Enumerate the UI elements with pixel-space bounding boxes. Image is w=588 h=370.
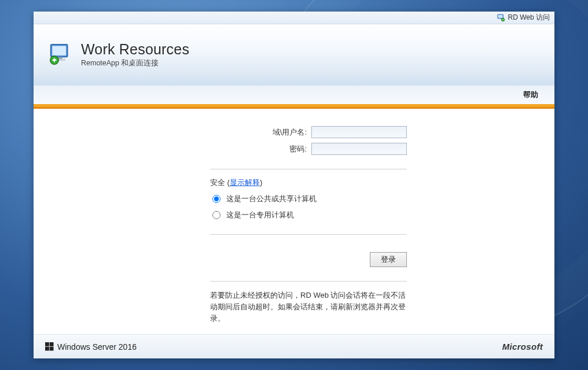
username-row: 域\用户名: xyxy=(210,126,407,138)
submit-row: 登录 xyxy=(210,252,407,267)
show-explain-link[interactable]: 显示解释 xyxy=(230,178,260,187)
svg-rect-1 xyxy=(498,14,502,17)
login-panel: RD Web 访问 Work Resources RemoteApp 和桌面连接… xyxy=(34,12,554,358)
timeout-notice: 若要防止未经授权的访问，RD Web 访问会话将在一段不活动期间后自动超时。如果… xyxy=(210,290,407,324)
login-button[interactable]: 登录 xyxy=(370,252,407,267)
menubar: 帮助 xyxy=(34,85,554,106)
username-input[interactable] xyxy=(311,126,407,138)
footer-left: Windows Server 2016 xyxy=(45,342,137,352)
svg-rect-10 xyxy=(45,347,49,351)
content-area: 域\用户名: 密码: 安全 (显示解释) 这是一台公共或共享计算机 这是一台专用… xyxy=(34,109,554,334)
svg-point-2 xyxy=(501,18,505,21)
security-label-prefix: 安全 ( xyxy=(210,178,230,187)
password-row: 密码: xyxy=(210,143,407,155)
page-subtitle: RemoteApp 和桌面连接 xyxy=(81,58,189,68)
radio-private-label: 这是一台专用计算机 xyxy=(226,210,294,220)
security-option-public[interactable]: 这是一台公共或共享计算机 xyxy=(210,194,407,204)
security-heading: 安全 (显示解释) xyxy=(210,177,407,188)
topbar: RD Web 访问 xyxy=(34,12,554,24)
svg-rect-9 xyxy=(50,342,54,346)
svg-rect-11 xyxy=(50,347,54,351)
svg-rect-8 xyxy=(45,342,49,346)
app-logo-icon xyxy=(47,42,73,68)
topbar-label: RD Web 访问 xyxy=(508,13,550,23)
rdweb-icon xyxy=(497,14,505,22)
password-label: 密码: xyxy=(289,144,307,154)
radio-public[interactable] xyxy=(212,195,220,203)
radio-private[interactable] xyxy=(212,211,220,219)
help-link[interactable]: 帮助 xyxy=(523,90,538,100)
security-option-private[interactable]: 这是一台专用计算机 xyxy=(210,210,407,220)
footer-product: Windows Server 2016 xyxy=(57,342,137,352)
divider xyxy=(210,234,407,235)
divider xyxy=(210,169,407,169)
password-input[interactable] xyxy=(311,143,407,155)
svg-rect-4 xyxy=(52,46,66,56)
username-label: 域\用户名: xyxy=(273,127,307,138)
footer-vendor: Microsoft xyxy=(502,342,543,352)
header-titles: Work Resources RemoteApp 和桌面连接 xyxy=(81,41,189,68)
page-title: Work Resources xyxy=(81,41,189,58)
radio-public-label: 这是一台公共或共享计算机 xyxy=(226,194,317,204)
divider xyxy=(210,281,407,282)
login-form: 域\用户名: 密码: 安全 (显示解释) 这是一台公共或共享计算机 这是一台专用… xyxy=(210,126,407,334)
windows-icon xyxy=(45,342,54,351)
footer: Windows Server 2016 Microsoft xyxy=(34,334,554,358)
header: Work Resources RemoteApp 和桌面连接 xyxy=(34,24,554,85)
security-label-suffix: ) xyxy=(260,178,262,187)
